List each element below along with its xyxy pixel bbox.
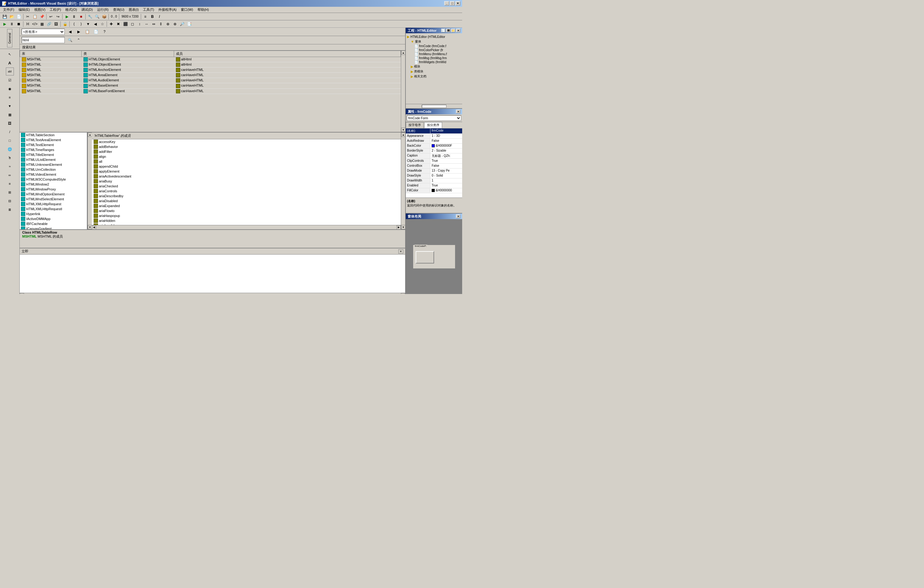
tool-extra2[interactable]: ∞ [6,171,14,179]
tool-extra5[interactable]: ⊟ [6,197,14,205]
list-item[interactable]: HTMLUrnCollection [20,167,87,172]
menu-format[interactable]: 格式(O) [63,7,79,13]
tb2-pause-btn[interactable]: ⏸ [8,21,15,27]
related-docs-node[interactable]: ▶ 相关文档 [411,74,461,79]
scroll-up-btn[interactable]: ▲ [401,51,405,55]
props-table[interactable]: (名称) frmCode Appearance 1 - 3D AutoRedra… [406,129,462,198]
tool-extra3[interactable]: ≡ [6,180,14,188]
modules-node[interactable]: ▶ 模块 [411,64,461,69]
menu-edit[interactable]: 编辑(E) [16,7,32,13]
list-item[interactable]: ariaFlowto [92,208,401,213]
tb2-html-btn[interactable]: H [24,21,31,27]
list-item[interactable]: HTMLWindowProxy [20,187,87,192]
prop-row[interactable]: ClipControls True [406,159,462,164]
tool-pointer[interactable]: ↖ [6,50,14,58]
member-scroll-up[interactable]: ▲ [401,132,405,137]
tb2-b11[interactable]: ↔ [143,21,150,27]
tb2-link-btn[interactable]: 🔗 [46,21,52,27]
tb2-b9[interactable]: ◻ [129,21,136,27]
menu-window[interactable]: 窗口(W) [179,7,195,13]
tb-objbr-btn[interactable]: 📦 [101,13,107,20]
tb-ref-btn[interactable]: 🔍 [94,13,101,20]
menu-help[interactable]: 帮助(H) [196,7,211,13]
tool-globe[interactable]: 🌐 [6,145,14,153]
list-item[interactable]: HTMLTextAreaElement [20,137,87,142]
nav-fwd-btn[interactable]: ▶ [75,29,82,35]
search-input[interactable] [21,37,65,43]
nav-back-btn[interactable]: ◀ [66,29,73,35]
list-item[interactable]: appendChild [92,164,401,169]
list-item[interactable]: HTMLXMLHttpRequestI [20,206,87,211]
results-scrollbar-v[interactable]: ▲ ▼ [401,51,405,132]
member-scrollbar-h[interactable]: ◀ ▶ [92,225,401,229]
search-btn[interactable]: 🔍 [66,37,73,43]
member-scrollbar-v[interactable]: ▲ ▼ [401,132,405,229]
props-close[interactable]: ✕ [456,110,460,113]
tool-checkbox[interactable]: ☑ [6,76,14,84]
tb2-b17[interactable]: 📑 [186,21,193,27]
tool-grid[interactable]: ▦ [6,111,14,119]
class-scroll-down[interactable]: ▼ [88,225,92,229]
proj-view-form[interactable]: 🖼 [446,29,450,32]
menu-file[interactable]: 文件(F) [1,7,16,13]
prop-row[interactable]: DrawWidth 1 [406,178,462,183]
tb2-b14[interactable]: ⊕ [165,21,171,27]
list-item[interactable]: HTMLUListElement [20,157,87,162]
table-row[interactable]: MSHTML HTMLBaseFontElement canHaveHTML [20,88,401,94]
project-root[interactable]: ▶ HTMLEditor (HTMLEditor [407,35,461,39]
props-tab-category[interactable]: 按分类序 [424,122,442,128]
tb2-b7[interactable]: ✖ [115,21,122,27]
immediate-content[interactable] [20,254,405,293]
form-frmWidgets[interactable]: 📄 frmWidgets (frmWid [414,60,461,64]
list-item[interactable]: ariaHaspopup [92,213,401,218]
tool-combo[interactable]: ▼ [6,102,14,110]
tb2-b5[interactable]: ☆ [99,21,106,27]
list-item[interactable]: ariaChecked [92,184,401,188]
class-list[interactable]: HTMLTableSectionHTMLTextAreaElementHTMLT… [20,132,87,229]
tool-radio[interactable]: ◉ [6,85,14,93]
list-item[interactable]: Hyperlink [20,211,87,216]
expand-btn[interactable]: ⌃ [75,37,82,43]
tb2-run-btn[interactable]: ▶ [1,21,8,27]
tb2-img-btn[interactable]: 🖼 [53,21,59,27]
tb2-b13[interactable]: ⇕ [157,21,164,27]
menu-run[interactable]: 运行(R) [95,7,110,13]
tool-line[interactable]: / [6,128,14,136]
list-item[interactable]: ariaActivedescendant [92,174,401,179]
tb-cut-btn[interactable]: ✂ [24,13,31,20]
list-item[interactable]: ariaDisabled [92,198,401,203]
menu-project[interactable]: 工程(P) [48,7,63,13]
tb2-stop-btn[interactable]: ⏹ [15,21,22,27]
member-scroll-down[interactable]: ▼ [401,225,405,229]
tb-open-btn[interactable]: 📂 [8,13,15,20]
table-row[interactable]: MSHTML IHTMLObjectElement altHtml [20,62,401,68]
tb2-b10[interactable]: ↕ [136,21,143,27]
prop-row[interactable]: Caption 无标题 - QZh: [406,154,462,159]
table-row[interactable]: MSHTML HTMLAreaElement canHaveHTML [20,73,401,78]
forms-node[interactable]: ▼ 窗体 [411,39,461,44]
prop-row[interactable]: Appearance 1 - 3D [406,134,462,139]
copy-btn[interactable]: 📋 [84,29,91,35]
tb2-b3[interactable]: ▼ [85,21,91,27]
tb-run-btn[interactable]: ▶ [63,13,70,20]
class-modules-node[interactable]: ▶ 类模块 [411,69,461,74]
list-item[interactable]: addBehavior [92,144,401,149]
prop-row[interactable]: BackColor &H000000F [406,144,462,149]
minimize-button[interactable]: _ [444,1,449,5]
library-select[interactable]: <所有库> [21,29,65,35]
title-bar-buttons[interactable]: _ □ ✕ [444,1,460,5]
list-item[interactable]: ariaControls [92,188,401,193]
maximize-button[interactable]: □ [450,1,455,5]
list-item[interactable]: applyElement [92,169,401,174]
tool-listbox[interactable]: ≡ [6,93,14,101]
list-item[interactable]: HTMLW3CComputedStyle [20,177,87,182]
imm-left[interactable]: ◀ [20,293,24,294]
menu-query[interactable]: 查询(U) [111,7,126,13]
proj-view-code[interactable]: 📄 [441,29,446,32]
list-item[interactable]: HTMLTableSection [20,132,87,137]
tb2-b2[interactable]: ⟩ [78,21,84,27]
tb2-b4[interactable]: ◀ [92,21,99,27]
menu-debug[interactable]: 调试(D) [79,7,95,13]
menu-tools[interactable]: 工具(T) [141,7,156,13]
scroll-left-btn[interactable]: ◀ [92,225,96,230]
